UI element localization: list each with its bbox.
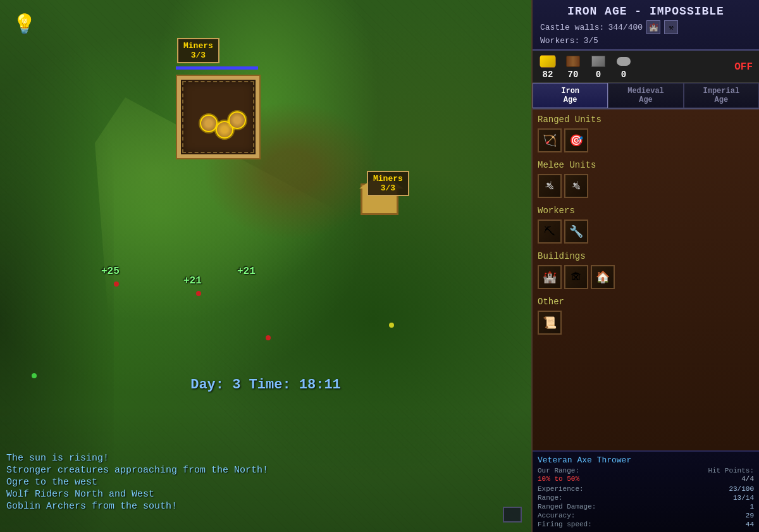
units-area: Ranged Units 🏹 🎯 Melee Units 🗡 [533, 109, 759, 450]
resource-off-label: OFF [734, 61, 753, 73]
ranged-units-title: Ranged Units [538, 114, 754, 125]
melee-unit-btn-2[interactable]: 🗡 [564, 174, 588, 198]
our-range-value: 10% to 50% [538, 475, 579, 483]
building-icon-3: 🏠 [596, 270, 610, 284]
wood-resource: 70 [564, 54, 582, 80]
workers-row: Workers: 3/5 [540, 36, 751, 46]
decoration-dot [32, 373, 37, 378]
gold-resource: 82 [539, 54, 557, 80]
iron-resource: 0 [615, 54, 632, 80]
log-line-3: Ogre to the west [6, 477, 268, 488]
worker-btn-2[interactable]: 🔧 [564, 220, 588, 244]
day-time-display: Day: 3 Time: 18:11 [190, 377, 341, 393]
stone-icon [589, 54, 607, 68]
worker-unit-3[interactable] [228, 111, 246, 129]
log-line-4: Wolf Riders North and West [6, 489, 268, 500]
lightbulb-icon: 💡 [13, 13, 35, 35]
miners-tooltip-top: Miners 3/3 [177, 38, 219, 63]
stone-count: 0 [596, 70, 601, 80]
buildings-section-title: Buildings [538, 251, 754, 261]
castle-walls-label: Castle walls: [540, 23, 604, 32]
log-line-2: Stronger creatures approaching from the … [6, 465, 268, 476]
castle-walls-value: 344/400 [608, 23, 643, 32]
other-btn-1[interactable]: 📜 [538, 311, 562, 335]
score-popup-2: +21 [183, 275, 202, 287]
workers-section: Workers ⛏ 🔧 [538, 206, 754, 244]
castle-icon: 🏰 [646, 20, 660, 34]
ranged-damage-value: 1 [750, 503, 754, 510]
game-map[interactable]: 💡 Miners 3/3 Miners 3/3 +25 +21 +21 [0, 0, 531, 532]
wood-icon [564, 54, 582, 68]
worker-btn-1[interactable]: ⛏ [538, 220, 562, 244]
right-panel: IRON AGE - IMPOSSIBLE Castle walls: 344/… [531, 0, 759, 532]
game-title: IRON AGE - IMPOSSIBLE [540, 5, 751, 18]
decoration-dot [266, 335, 271, 340]
pickaxe-icon: ⛏ [544, 225, 555, 238]
stone-resource: 0 [589, 54, 607, 80]
log-line-1: The sun is rising! [6, 453, 268, 464]
age-tabs: IronAge MedievalAge ImperialAge [533, 83, 759, 109]
wrench-icon: 🔧 [569, 225, 583, 238]
exp-value: 23/100 [729, 485, 754, 493]
gold-count: 82 [543, 70, 553, 80]
worker-icon-header: ⚒ [664, 20, 678, 34]
score-popup-3: +21 [237, 266, 256, 277]
decoration-dot [389, 323, 394, 328]
score-popup-1: +25 [101, 266, 120, 277]
message-log: The sun is rising! Stronger creatures ap… [6, 453, 268, 513]
decoration-dot [196, 291, 201, 296]
building-icon-1: 🏰 [543, 270, 557, 284]
firing-speed-label: Firing speed: [538, 521, 592, 528]
buildings-section: Buildings 🏰 🏚 🏠 [538, 251, 754, 289]
unit-name: Veteran Axe Thrower [538, 455, 754, 465]
building-btn-1[interactable]: 🏰 [538, 265, 562, 289]
miners-tooltip-right: Miners 3/3 [367, 171, 409, 196]
hp-label: Hit Points: [708, 467, 754, 474]
building-icon-2: 🏚 [571, 271, 582, 284]
melee-units-title: Melee Units [538, 160, 754, 170]
melee-unit-buttons: 🗡 🗡 [538, 174, 754, 198]
workers-label: Workers: [540, 36, 579, 46]
tab-imperial-age[interactable]: ImperialAge [684, 83, 759, 108]
exp-label: Experience: [538, 485, 584, 493]
our-range-label: Our Range: [538, 467, 579, 474]
accuracy-value: 29 [746, 512, 754, 519]
building-btn-3[interactable]: 🏠 [591, 265, 615, 289]
range-value: 13/14 [733, 494, 754, 502]
ranged-unit-btn-1[interactable]: 🏹 [538, 128, 562, 152]
mine-building[interactable] [177, 76, 259, 158]
building-buttons: 🏰 🏚 🏠 [538, 265, 754, 289]
melee-units-section: Melee Units 🗡 🗡 [538, 160, 754, 198]
unit-selection-bar [176, 66, 258, 70]
iron-count: 0 [621, 70, 626, 80]
resources-bar: 82 70 0 0 OFF [533, 51, 759, 83]
ranged-unit-btn-2[interactable]: 🎯 [564, 128, 588, 152]
wood-count: 70 [568, 70, 579, 80]
ranged-unit-buttons: 🏹 🎯 [538, 128, 754, 152]
log-line-5: Goblin Archers from the south! [6, 501, 268, 512]
ranged-units-section: Ranged Units 🏹 🎯 [538, 114, 754, 152]
building-btn-2[interactable]: 🏚 [564, 265, 588, 289]
sword-icon-2: 🗡 [567, 177, 585, 195]
gold-icon [539, 54, 557, 68]
workers-value: 3/5 [583, 36, 598, 46]
tab-medieval-age[interactable]: MedievalAge [608, 83, 683, 108]
other-section-title: Other [538, 297, 754, 307]
cloud-icon [615, 54, 632, 68]
hp-value: 4/4 [708, 475, 754, 483]
unit-info-panel: Veteran Axe Thrower Our Range: 10% to 50… [533, 450, 759, 532]
panel-header: IRON AGE - IMPOSSIBLE Castle walls: 344/… [533, 0, 759, 51]
other-section: Other 📜 [538, 297, 754, 335]
minimap-indicator[interactable] [503, 507, 522, 523]
accuracy-label: Accuracy: [538, 512, 575, 519]
firing-speed-value: 44 [746, 521, 754, 528]
scroll-icon: 📜 [543, 316, 557, 330]
tab-iron-age[interactable]: IronAge [533, 83, 608, 108]
ranged-damage-label: Ranged Damage: [538, 503, 596, 510]
melee-unit-btn-1[interactable]: 🗡 [538, 174, 562, 198]
bow-icon-2: 🎯 [569, 133, 583, 147]
bow-icon-1: 🏹 [543, 133, 557, 147]
castle-walls-row: Castle walls: 344/400 🏰 ⚒ [540, 20, 751, 34]
decoration-dot [114, 281, 119, 287]
workers-section-title: Workers [538, 206, 754, 216]
